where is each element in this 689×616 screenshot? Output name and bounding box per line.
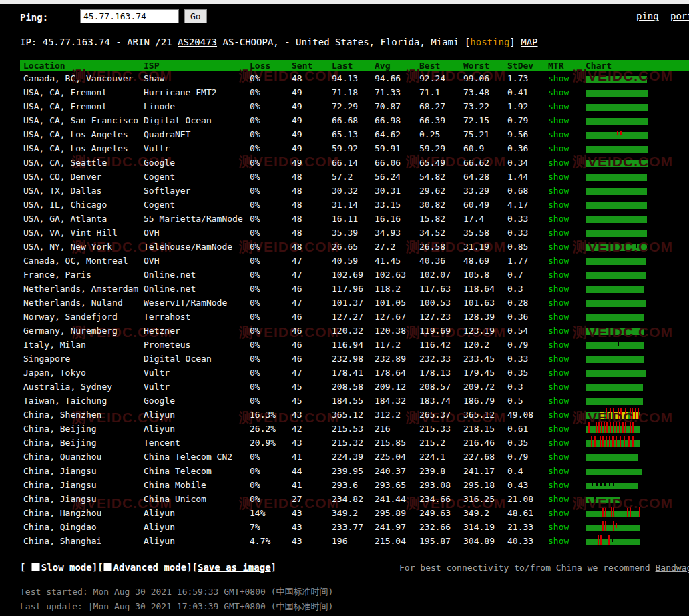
cell-loss: 0% [250,478,260,492]
mtr-show-link[interactable]: show [548,184,569,198]
cell-best: 215.2 [419,436,445,450]
cell-sent: 48 [292,170,302,184]
mtr-show-link[interactable]: show [548,127,569,141]
mtr-show-link[interactable]: show [548,450,569,464]
ping-chart [586,141,652,156]
map-link[interactable]: MAP [521,37,537,47]
cell-isp: Hetzner [144,324,180,338]
mtr-show-link[interactable]: show [548,240,569,254]
mtr-show-link[interactable]: show [548,85,569,99]
ping-chart [586,450,652,464]
cell-worst: 105.8 [463,268,489,282]
mtr-show-link[interactable]: show [548,394,569,408]
browser-edge-strip [0,0,689,4]
cell-avg: 56.24 [375,170,401,184]
cell-avg: 240.37 [375,464,406,478]
cell-loss: 0% [250,282,260,296]
cell-stdev: 0.33 [507,212,528,226]
cell-last: 224.39 [332,450,363,464]
cell-sent: 46 [292,310,302,324]
mtr-show-link[interactable]: show [548,113,569,127]
mtr-show-link[interactable]: show [548,436,569,450]
cell-stdev: 0.36 [507,141,528,156]
mtr-show-link[interactable]: show [548,71,569,85]
cell-best: 65.49 [419,156,445,170]
mtr-show-link[interactable]: show [548,198,569,212]
mtr-show-link[interactable]: show [548,506,569,520]
cell-location: USA, VA, Vint Hill [23,226,118,240]
mtr-show-link[interactable]: show [548,170,569,184]
cell-loss: 0% [250,99,260,113]
mtr-show-link[interactable]: show [548,422,569,436]
mtr-show-link[interactable]: show [548,492,569,506]
mtr-show-link[interactable]: show [548,520,569,534]
cell-sent: 48 [292,184,302,198]
cell-last: 232.98 [332,352,363,366]
mtr-show-link[interactable]: show [548,99,569,113]
cell-isp: Cogent [144,170,175,184]
ping-chart [586,520,652,534]
cell-sent: 48 [292,226,302,240]
mtr-show-link[interactable]: show [548,156,569,170]
mtr-show-link[interactable]: show [548,296,569,310]
advanced-mode-checkbox[interactable] [103,563,112,571]
cell-sent: 27 [292,492,302,506]
ping-target-input[interactable] [80,9,179,23]
mtr-show-link[interactable]: show [548,478,569,492]
asn-link[interactable]: AS20473 [178,37,217,47]
cell-loss: 0% [250,492,260,506]
cell-worst: 227.68 [463,450,495,464]
mtr-show-link[interactable]: show [548,254,569,268]
mtr-show-link[interactable]: show [548,534,569,548]
go-button[interactable]: Go [184,9,207,23]
nav-ping-link[interactable]: ping [636,11,659,21]
ping-chart [586,492,652,506]
mtr-show-link[interactable]: show [548,282,569,296]
mtr-show-link[interactable]: show [548,366,569,380]
cell-worst: 73.48 [463,85,489,99]
mtr-show-link[interactable]: show [548,268,569,282]
cell-sent: 43 [292,506,302,520]
cell-stdev: 21.08 [507,492,533,506]
cell-sent: 47 [292,268,302,282]
mtr-show-link[interactable]: show [548,212,569,226]
cell-location: China, Shenzhen [23,408,101,422]
cell-location: Taiwan, Taichung [23,394,107,408]
bracket: [ [20,562,31,573]
cell-stdev: 1.73 [507,71,528,85]
table-row: China, Hangzhou Aliyun 14% 43 349.2 295.… [20,506,689,520]
cell-best: 117.63 [419,282,451,296]
cell-location: USA, GA, Atlanta [23,212,107,226]
cell-avg: 64.62 [375,127,401,141]
slow-mode-checkbox[interactable] [31,563,40,571]
mtr-show-link[interactable]: show [548,141,569,156]
cell-isp: Google [144,394,175,408]
cell-sent: 46 [292,338,302,352]
mtr-show-link[interactable]: show [548,352,569,366]
save-as-image-link[interactable]: Save as image [198,562,271,573]
cell-isp: Google [144,156,175,170]
cell-worst: 35.58 [463,226,489,240]
ping-chart [586,310,652,324]
nav-port-link[interactable]: port [670,11,689,21]
mtr-show-link[interactable]: show [548,310,569,324]
mtr-show-link[interactable]: show [548,226,569,240]
table-row: Taiwan, Taichung Google 0% 45 184.55 184… [20,394,689,408]
cell-best: 208.57 [419,380,451,394]
cell-best: 66.39 [419,113,445,127]
mtr-show-link[interactable]: show [548,408,569,422]
ip-summary-line: IP: 45.77.163.74 - ARIN /21 AS20473 AS-C… [20,37,538,47]
table-body: Canada, BC, Vancouver Shaw 0% 48 94.13 9… [20,71,689,548]
cell-worst: 17.4 [463,212,484,226]
cell-isp: China Unicom [144,492,206,506]
bandwagon-link[interactable]: Bandwag [656,563,689,573]
cell-loss: 0% [250,324,260,338]
mtr-show-link[interactable]: show [548,338,569,352]
ip-text-mid: AS-CHOOPA, - United States, Florida, Mia… [217,37,470,47]
cell-last: 66.68 [332,113,358,127]
cell-last: 349.2 [332,506,358,520]
mtr-show-link[interactable]: show [548,324,569,338]
mtr-show-link[interactable]: show [548,380,569,394]
cell-worst: 316.25 [463,492,495,506]
mtr-show-link[interactable]: show [548,464,569,478]
